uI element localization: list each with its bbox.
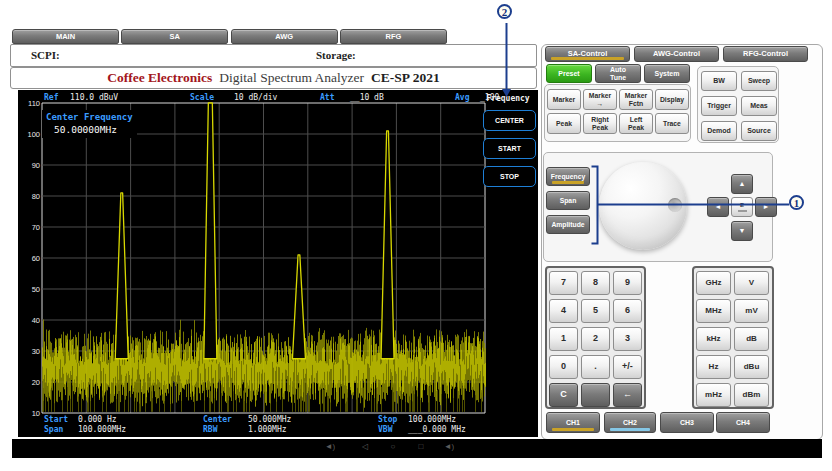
unit-db[interactable]: dB	[734, 327, 769, 351]
ch3-button[interactable]: CH3	[660, 412, 714, 433]
frequency-button[interactable]: Frequency	[546, 167, 590, 186]
unit-dbm[interactable]: dBm	[734, 383, 769, 407]
spectrum-plot	[18, 90, 538, 437]
product-name: Digital Spectrum Analyzer	[219, 70, 364, 86]
amplitude-button[interactable]: Amplitude	[546, 215, 590, 234]
up-arrow-button[interactable]: ▲	[731, 174, 753, 194]
key-8[interactable]: 8	[581, 271, 610, 295]
key-blank[interactable]: .	[581, 355, 610, 379]
right-arrow-button[interactable]: ►	[755, 197, 777, 217]
att-label: Att	[320, 93, 334, 102]
span-button[interactable]: Span	[546, 191, 590, 210]
control-tab-rfg-control[interactable]: RFG-Control	[723, 46, 808, 62]
model-number: CE-SP 2021	[371, 70, 440, 86]
marker-fctn-key[interactable]: Marker Fctn	[619, 89, 653, 110]
start-softkey[interactable]: START	[483, 138, 536, 159]
sweep-key[interactable]: Sweep	[741, 71, 777, 91]
key-7[interactable]: 7	[549, 271, 578, 295]
recents-icon[interactable]: □	[411, 442, 431, 451]
back-icon[interactable]: ◁	[355, 442, 375, 451]
peak-key[interactable]: Peak	[547, 113, 581, 134]
preset-button[interactable]: Preset	[546, 64, 592, 83]
unit-v[interactable]: V	[734, 271, 769, 295]
control-tab-sa-control[interactable]: SA-Control	[545, 46, 630, 62]
main-tab-awg[interactable]: AWG	[231, 29, 338, 44]
avg-label: Avg	[455, 93, 469, 102]
unit-mhz[interactable]: MHz	[696, 299, 731, 323]
enter-button[interactable]: E	[731, 197, 753, 217]
scale-label: Scale	[190, 93, 214, 102]
key-5[interactable]: 5	[581, 299, 610, 323]
brand-name: Coffee Electronics	[107, 70, 212, 86]
rotary-knob[interactable]	[599, 162, 687, 250]
spectrum-analyzer-app: SCPI: Storage: CSV Settings Coffee Elect…	[0, 0, 832, 471]
volume-up-icon[interactable]: ◄)	[439, 442, 459, 451]
stop-value: 100.000MHz	[408, 415, 456, 424]
main-tab-sa[interactable]: SA	[121, 29, 228, 44]
display-key[interactable]: Display	[655, 89, 689, 110]
key-blank[interactable]: +/-	[613, 355, 642, 379]
auto-tune-button[interactable]: Auto Tune	[595, 64, 641, 83]
trigger-key[interactable]: Trigger	[701, 96, 737, 116]
key-blank[interactable]	[581, 383, 610, 407]
volume-down-icon[interactable]: ◄)	[320, 442, 340, 451]
key-4[interactable]: 4	[549, 299, 578, 323]
rbw-value: 1.000MHz	[248, 425, 287, 434]
marker-key[interactable]: Marker	[547, 89, 581, 110]
center-label: Center	[203, 415, 232, 424]
unit-ghz[interactable]: GHz	[696, 271, 731, 295]
span-label: Span	[44, 425, 63, 434]
control-tab-awg-control[interactable]: AWG-Control	[634, 46, 719, 62]
left-arrow-button[interactable]: ◄	[707, 197, 729, 217]
center-softkey[interactable]: CENTER	[483, 110, 536, 131]
key-3[interactable]: 3	[613, 327, 642, 351]
unit-mv[interactable]: mV	[734, 299, 769, 323]
key-1[interactable]: 1	[549, 327, 578, 351]
main-tab-main[interactable]: MAIN	[12, 29, 119, 44]
signal-peak-18mhz	[115, 193, 128, 359]
active-indicator	[551, 57, 624, 60]
stop-softkey[interactable]: STOP	[483, 166, 536, 187]
y-tick-70: 70	[20, 223, 40, 232]
system-button[interactable]: System	[644, 64, 690, 83]
home-icon[interactable]: ○	[383, 442, 403, 451]
y-tick-10: 10	[20, 409, 40, 418]
ch4-button[interactable]: CH4	[716, 412, 770, 433]
marker-key[interactable]: Marker →	[583, 89, 617, 110]
key-c[interactable]: C	[549, 383, 578, 407]
down-arrow-button[interactable]: ▼	[731, 221, 753, 241]
start-value: 0.000 Hz	[78, 415, 117, 424]
key-6[interactable]: 6	[613, 299, 642, 323]
bw-key[interactable]: BW	[701, 71, 737, 91]
right-peak-key[interactable]: Right Peak	[583, 113, 617, 134]
y-tick-100: 100	[20, 130, 40, 139]
span-value: 100.000MHz	[78, 425, 126, 434]
left-peak-key[interactable]: Left Peak	[619, 113, 653, 134]
trace-key[interactable]: Trace	[655, 113, 689, 134]
unit-mhz[interactable]: mHz	[696, 383, 731, 407]
scpi-label: SCPI:	[31, 49, 60, 61]
meas-key[interactable]: Meas	[741, 96, 777, 116]
ch1-button[interactable]: CH1	[546, 412, 600, 433]
demod-key[interactable]: Demod	[701, 121, 737, 141]
unit-hz[interactable]: Hz	[696, 355, 731, 379]
annotation-value: 50.00000MHz	[46, 124, 133, 135]
key-2[interactable]: 2	[581, 327, 610, 351]
start-label: Start	[44, 415, 68, 424]
y-tick-50: 50	[20, 285, 40, 294]
source-key[interactable]: Source	[741, 121, 777, 141]
att-value: __10 dB	[350, 93, 384, 102]
key-0[interactable]: 0	[549, 355, 578, 379]
key-9[interactable]: 9	[613, 271, 642, 295]
y-tick-30: 30	[20, 347, 40, 356]
center-value: 50.000MHz	[248, 415, 291, 424]
side-menu-title: Frequency	[479, 94, 537, 103]
main-tab-rfg[interactable]: RFG	[340, 29, 447, 44]
title-bar: Coffee Electronics Digital Spectrum Anal…	[10, 67, 537, 89]
unit-dbu[interactable]: dBu	[734, 355, 769, 379]
key-blank[interactable]: ←	[613, 383, 642, 407]
ch2-button[interactable]: CH2	[604, 412, 656, 433]
vbw-value: ___0.000 MHz	[408, 425, 466, 434]
unit-khz[interactable]: kHz	[696, 327, 731, 351]
signal-peak-58mhz	[292, 255, 305, 359]
